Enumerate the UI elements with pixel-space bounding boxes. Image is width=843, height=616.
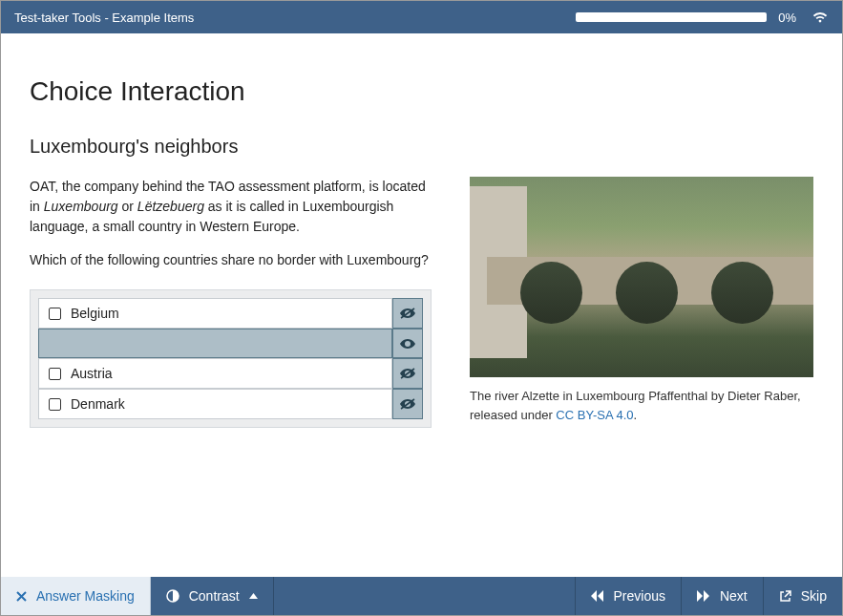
question-text: Which of the following countries share n… xyxy=(30,250,432,270)
eye-slash-icon xyxy=(399,398,416,410)
intro-em1: Luxembourg xyxy=(44,199,118,214)
eye-slash-icon xyxy=(399,368,416,379)
checkbox-icon[interactable] xyxy=(49,368,61,380)
wifi-icon xyxy=(811,11,829,24)
page-title: Choice Interaction xyxy=(30,76,813,107)
close-icon xyxy=(16,591,27,602)
choice-row[interactable]: Belgium xyxy=(38,298,423,329)
choice-row[interactable]: Austria xyxy=(38,358,423,389)
contrast-button[interactable]: Contrast xyxy=(151,577,274,615)
mask-toggle-button[interactable] xyxy=(392,358,423,389)
chevron-up-icon xyxy=(249,593,258,599)
choice-row[interactable]: Denmark xyxy=(38,389,423,419)
figure-caption: The river Alzette in Luxembourg Pfaffent… xyxy=(470,387,813,424)
answer-masking-label: Answer Masking xyxy=(36,588,135,604)
top-bar: Test-taker Tools - Example Items 0% xyxy=(1,1,842,33)
progress-percent: 0% xyxy=(778,11,796,25)
choice-option[interactable]: Austria xyxy=(38,358,392,389)
choice-list: Belgium xyxy=(30,289,432,428)
app-title: Test-taker Tools - Example Items xyxy=(14,11,576,25)
choice-option-masked[interactable] xyxy=(38,329,392,358)
choice-label: Belgium xyxy=(71,306,119,321)
choice-label: Denmark xyxy=(71,396,125,412)
external-icon xyxy=(779,590,791,603)
eye-icon xyxy=(399,338,416,350)
checkbox-icon[interactable] xyxy=(49,398,61,411)
rewind-icon xyxy=(591,590,604,602)
eye-slash-icon xyxy=(399,308,416,319)
choice-option[interactable]: Denmark xyxy=(38,389,392,419)
license-link[interactable]: CC BY-SA 4.0 xyxy=(556,408,633,422)
next-label: Next xyxy=(720,588,748,604)
caption-suffix: . xyxy=(634,408,638,422)
contrast-icon xyxy=(166,589,179,603)
figure-image xyxy=(470,177,813,377)
choice-row[interactable] xyxy=(38,329,423,358)
mask-toggle-button[interactable] xyxy=(392,389,423,419)
intro-text: OAT, the company behind the TAO assessme… xyxy=(30,177,432,237)
next-button[interactable]: Next xyxy=(681,577,763,615)
intro-mid: or xyxy=(118,199,137,214)
mask-toggle-button[interactable] xyxy=(392,329,423,358)
content-area: Choice Interaction Luxembourg's neighbor… xyxy=(1,33,842,577)
mask-toggle-button[interactable] xyxy=(392,298,423,329)
progress-bar xyxy=(576,12,767,22)
checkbox-icon[interactable] xyxy=(49,308,61,320)
skip-label: Skip xyxy=(801,588,827,604)
skip-button[interactable]: Skip xyxy=(763,577,842,615)
choice-option[interactable]: Belgium xyxy=(38,298,392,329)
intro-em2: Lëtzebuerg xyxy=(137,199,204,214)
page-subtitle: Luxembourg's neighbors xyxy=(30,136,813,158)
previous-label: Previous xyxy=(614,588,665,604)
choice-label: Austria xyxy=(71,366,113,381)
bottom-bar: Answer Masking Contrast Previous Next xyxy=(1,577,842,615)
previous-button[interactable]: Previous xyxy=(575,577,681,615)
spacer xyxy=(274,577,575,615)
answer-masking-button[interactable]: Answer Masking xyxy=(1,577,151,615)
contrast-label: Contrast xyxy=(189,588,240,604)
forward-icon xyxy=(697,590,710,602)
